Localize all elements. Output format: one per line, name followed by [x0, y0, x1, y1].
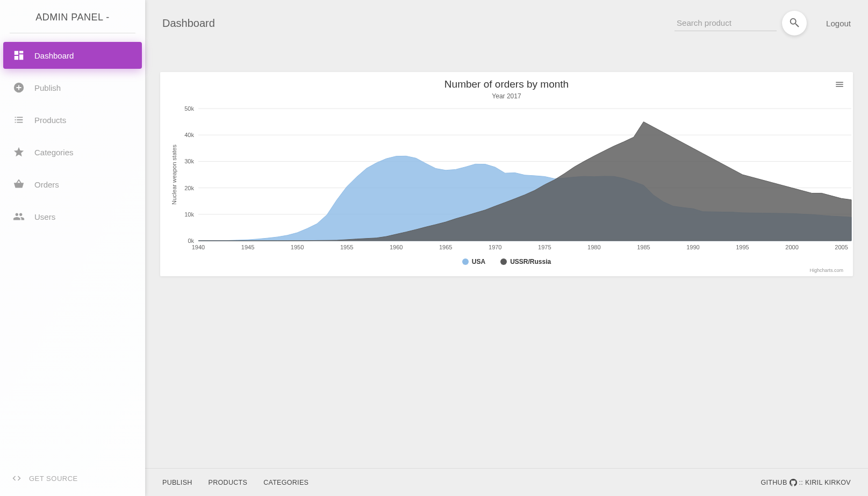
- svg-text:2005: 2005: [835, 244, 848, 250]
- legend-label: USA: [472, 258, 485, 265]
- sidebar-item-categories[interactable]: Categories: [3, 139, 142, 166]
- brand-title: ADMIN PANEL -: [0, 0, 145, 33]
- sidebar-item-products[interactable]: Products: [3, 106, 142, 133]
- chart-card: Number of orders by month Year 2017 0k10…: [160, 72, 853, 276]
- divider: [10, 33, 135, 33]
- footer-github-label: GITHUB: [761, 479, 787, 486]
- plus-icon: [13, 82, 25, 94]
- sidebar-item-label: Products: [34, 116, 66, 125]
- svg-text:10k: 10k: [184, 211, 194, 218]
- hamburger-icon: [835, 82, 844, 91]
- svg-text:Nuclear weapon states: Nuclear weapon states: [171, 145, 177, 205]
- dashboard-icon: [13, 49, 25, 61]
- svg-text:50k: 50k: [184, 105, 194, 112]
- footer: PUBLISHPRODUCTSCATEGORIES GITHUB :: KIRI…: [145, 468, 868, 496]
- chart-plot: 0k10k20k30k40k50k19401945195019551960196…: [169, 103, 857, 254]
- sidebar-item-users[interactable]: Users: [3, 203, 142, 230]
- logout-link[interactable]: Logout: [826, 19, 851, 28]
- svg-text:1980: 1980: [587, 244, 600, 250]
- search-wrap: [675, 11, 807, 35]
- footer-right: GITHUB :: KIRIL KIRKOV: [761, 478, 851, 486]
- chart-credits: Highcharts.com: [169, 268, 844, 273]
- legend-item-usa[interactable]: USA: [462, 258, 485, 265]
- svg-text:40k: 40k: [184, 132, 194, 138]
- svg-text:1950: 1950: [291, 244, 304, 250]
- users-icon: [13, 211, 25, 222]
- page-title: Dashboard: [162, 17, 215, 30]
- footer-links: PUBLISHPRODUCTSCATEGORIES: [162, 479, 309, 486]
- topbar-right: Logout: [675, 11, 851, 35]
- sidebar-item-label: Categories: [34, 148, 74, 157]
- svg-text:1960: 1960: [390, 244, 403, 250]
- basket-icon: [13, 178, 25, 190]
- search-icon: [788, 17, 800, 30]
- svg-text:1965: 1965: [439, 244, 452, 250]
- svg-text:2000: 2000: [785, 244, 798, 250]
- sidebar-item-dashboard[interactable]: Dashboard: [3, 42, 142, 69]
- legend-dot-icon: [462, 258, 469, 265]
- sidebar-item-orders[interactable]: Orders: [3, 171, 142, 198]
- legend-dot-icon: [500, 258, 507, 265]
- svg-text:0k: 0k: [188, 238, 194, 244]
- star-icon: [13, 146, 25, 158]
- svg-text:1970: 1970: [489, 244, 501, 250]
- svg-text:1955: 1955: [340, 244, 353, 250]
- sidebar-item-label: Users: [34, 212, 55, 221]
- chart-legend: USAUSSR/Russia: [169, 254, 844, 268]
- footer-link-publish[interactable]: PUBLISH: [162, 479, 192, 486]
- sidebar-nav: DashboardPublishProductsCategoriesOrders…: [0, 42, 145, 235]
- svg-text:1945: 1945: [241, 244, 254, 250]
- get-source-label: GET SOURCE: [29, 475, 78, 483]
- topbar: Dashboard Logout: [145, 0, 868, 40]
- search-input[interactable]: [675, 15, 777, 31]
- sidebar-item-publish[interactable]: Publish: [3, 74, 142, 101]
- get-source-button[interactable]: GET SOURCE: [0, 464, 145, 496]
- footer-link-categories[interactable]: CATEGORIES: [263, 479, 309, 486]
- main: Dashboard Logout Number of orders by mon…: [145, 0, 868, 496]
- sidebar-item-label: Orders: [34, 180, 59, 189]
- sidebar-item-label: Publish: [34, 83, 61, 92]
- search-button[interactable]: [782, 11, 807, 35]
- sidebar-item-label: Dashboard: [34, 51, 74, 60]
- list-icon: [13, 114, 25, 126]
- content: Number of orders by month Year 2017 0k10…: [145, 40, 868, 468]
- footer-author: :: KIRIL KIRKOV: [799, 479, 851, 486]
- code-icon: [12, 473, 21, 483]
- footer-link-products[interactable]: PRODUCTS: [209, 479, 248, 486]
- legend-label: USSR/Russia: [510, 258, 551, 265]
- svg-text:1995: 1995: [736, 244, 749, 250]
- chart-menu-button[interactable]: [835, 80, 844, 91]
- svg-text:1990: 1990: [686, 244, 699, 250]
- svg-text:1940: 1940: [192, 244, 205, 250]
- chart-title: Number of orders by month: [169, 78, 844, 90]
- svg-text:30k: 30k: [184, 158, 194, 164]
- svg-text:1975: 1975: [538, 244, 551, 250]
- chart-subtitle: Year 2017: [169, 92, 844, 100]
- legend-item-ussr-russia[interactable]: USSR/Russia: [500, 258, 551, 265]
- svg-text:20k: 20k: [184, 185, 194, 191]
- github-icon: [790, 478, 797, 486]
- svg-text:1985: 1985: [637, 244, 650, 250]
- sidebar: ADMIN PANEL - DashboardPublishProductsCa…: [0, 0, 145, 496]
